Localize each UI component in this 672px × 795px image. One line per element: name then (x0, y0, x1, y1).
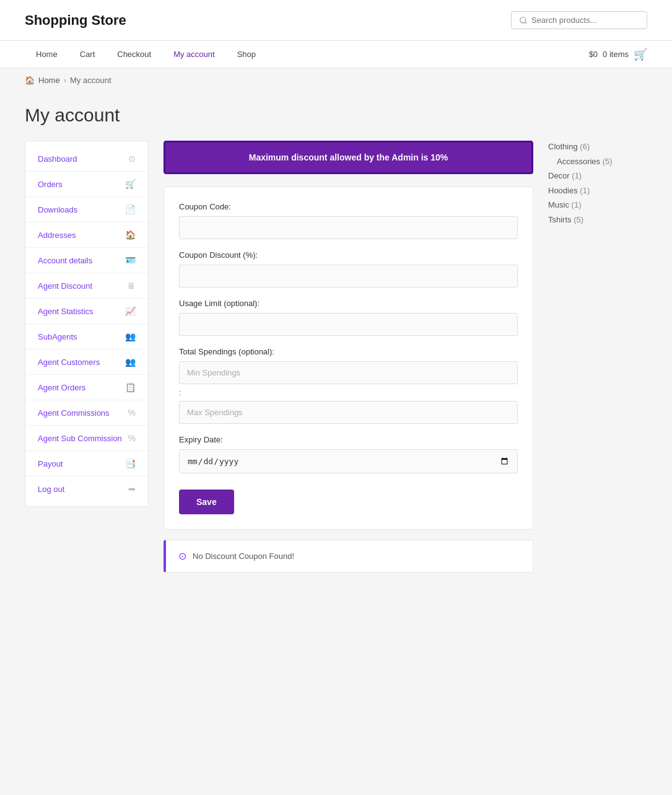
category-accessories-label: Accessories (557, 157, 600, 166)
nav-cart[interactable]: Cart (69, 41, 107, 68)
downloads-icon: 📄 (125, 204, 136, 214)
sidebar-label-agent-orders: Agent Orders (38, 383, 85, 392)
sidebar-item-agent-discount[interactable]: Agent Discount 🖥 (25, 273, 148, 299)
category-tshirts[interactable]: Tshirts (5) (548, 214, 647, 226)
search-box[interactable] (511, 11, 647, 29)
sidebar-item-agent-orders[interactable]: Agent Orders 📋 (25, 375, 148, 400)
usage-limit-group: Usage Limit (optional): (179, 299, 518, 336)
addresses-icon: 🏠 (125, 230, 136, 240)
agent-statistics-icon: 📈 (125, 306, 136, 316)
nav-links: Home Cart Checkout My account Shop (25, 41, 267, 68)
nav-checkout[interactable]: Checkout (106, 41, 162, 68)
orders-icon: 🛒 (125, 179, 136, 189)
category-accessories-count: (5) (603, 157, 613, 166)
sidebar-item-addresses[interactable]: Addresses 🏠 (25, 222, 148, 248)
breadcrumb-bar: 🏠 Home › My account (0, 68, 672, 92)
agent-sub-commission-icon: % (128, 433, 136, 443)
coupon-code-group: Coupon Code: (179, 202, 518, 239)
category-accessories[interactable]: Accessories (5) (548, 156, 647, 168)
sidebar-label-agent-sub-commission: Agent Sub Commission (38, 434, 122, 443)
coupon-code-label: Coupon Code: (179, 202, 518, 211)
max-spendings-input[interactable] (179, 401, 518, 424)
category-hoodies-label: Hoodies (548, 186, 578, 195)
sidebar-label-agent-customers: Agent Customers (38, 358, 100, 367)
sidebar-item-dashboard[interactable]: Dashboard ⊙ (25, 146, 148, 172)
sidebar-label-dashboard: Dashboard (38, 154, 77, 164)
min-spendings-input[interactable] (179, 361, 518, 384)
sidebar-item-subagents[interactable]: SubAgents 👥 (25, 324, 148, 349)
no-coupon-text: No Discount Coupon Found! (193, 551, 294, 561)
categories-section: Clothing (6) Accessories (5) Decor (1) H… (548, 141, 647, 226)
sidebar-label-account-details: Account details (38, 256, 92, 265)
sidebar-item-agent-sub-commission[interactable]: Agent Sub Commission % (25, 426, 148, 451)
expiry-date-input[interactable] (179, 449, 518, 473)
sidebar: Dashboard ⊙ Orders 🛒 Downloads 📄 Address… (25, 141, 149, 507)
breadcrumb: 🏠 Home › My account (25, 76, 647, 85)
search-icon (519, 16, 528, 25)
home-icon: 🏠 (25, 76, 35, 85)
sidebar-item-agent-commissions[interactable]: Agent Commissions % (25, 400, 148, 426)
sidebar-item-logout[interactable]: Log out ➡ (25, 477, 148, 501)
total-spendings-group: Total Spendings (optional): : (179, 347, 518, 424)
sidebar-label-addresses: Addresses (38, 231, 76, 240)
no-coupon-icon: ⊙ (178, 550, 186, 562)
cart-area: $0 0 items 🛒 (589, 48, 647, 61)
category-decor[interactable]: Decor (1) (548, 170, 647, 182)
sidebar-item-account-details[interactable]: Account details 🪪 (25, 248, 148, 273)
page-wrapper: My account Dashboard ⊙ Orders 🛒 Download… (0, 92, 672, 597)
coupon-code-input[interactable] (179, 216, 518, 239)
agent-customers-icon: 👥 (125, 357, 136, 367)
coupon-discount-group: Coupon Discount (%): (179, 250, 518, 288)
category-clothing-label: Clothing (548, 142, 578, 151)
coupon-form-card: Coupon Code: Coupon Discount (%): Usage … (164, 187, 533, 530)
breadcrumb-home[interactable]: Home (38, 76, 60, 85)
category-music-label: Music (548, 200, 569, 209)
breadcrumb-separator: › (64, 76, 66, 85)
discount-banner: Maximum discount allowed by the Admin is… (164, 141, 533, 174)
usage-limit-label: Usage Limit (optional): (179, 299, 518, 308)
sidebar-item-agent-statistics[interactable]: Agent Statistics 📈 (25, 299, 148, 324)
cart-amount: $0 (589, 50, 598, 59)
no-coupon-box: ⊙ No Discount Coupon Found! (164, 540, 533, 573)
agent-commissions-icon: % (128, 408, 136, 418)
category-music[interactable]: Music (1) (548, 199, 647, 211)
sidebar-item-orders[interactable]: Orders 🛒 (25, 172, 148, 197)
nav-home[interactable]: Home (25, 41, 69, 68)
main-layout: Dashboard ⊙ Orders 🛒 Downloads 📄 Address… (25, 141, 647, 573)
save-button[interactable]: Save (179, 490, 234, 514)
nav-bar: Home Cart Checkout My account Shop $0 0 … (0, 41, 672, 68)
nav-shop[interactable]: Shop (226, 41, 267, 68)
coupon-discount-input[interactable] (179, 265, 518, 288)
payout-icon: 📑 (125, 459, 136, 468)
sidebar-label-downloads: Downloads (38, 205, 77, 214)
sidebar-label-orders: Orders (38, 180, 63, 189)
cart-icon[interactable]: 🛒 (634, 48, 647, 61)
sidebar-label-payout: Payout (38, 459, 63, 468)
logout-icon: ➡ (128, 484, 136, 494)
sidebar-label-agent-discount: Agent Discount (38, 281, 92, 291)
range-separator: : (179, 388, 518, 397)
subagents-icon: 👥 (125, 332, 136, 341)
category-tshirts-label: Tshirts (548, 215, 572, 224)
sidebar-item-downloads[interactable]: Downloads 📄 (25, 197, 148, 222)
total-spendings-label: Total Spendings (optional): (179, 347, 518, 356)
category-hoodies[interactable]: Hoodies (1) (548, 185, 647, 197)
sidebar-label-logout: Log out (38, 485, 64, 494)
site-title: Shopping Store (25, 12, 126, 29)
search-input[interactable] (531, 15, 639, 25)
category-clothing[interactable]: Clothing (6) (548, 141, 647, 153)
svg-point-0 (520, 17, 526, 22)
sidebar-item-agent-customers[interactable]: Agent Customers 👥 (25, 349, 148, 375)
sidebar-label-agent-commissions: Agent Commissions (38, 408, 110, 418)
account-details-icon: 🪪 (125, 255, 136, 265)
nav-my-account[interactable]: My account (162, 41, 225, 68)
page-title: My account (25, 105, 647, 126)
sidebar-label-subagents: SubAgents (38, 332, 77, 341)
category-decor-count: (1) (572, 171, 582, 180)
usage-limit-input[interactable] (179, 313, 518, 336)
agent-discount-icon: 🖥 (127, 281, 136, 291)
category-decor-label: Decor (548, 171, 570, 180)
coupon-discount-label: Coupon Discount (%): (179, 250, 518, 260)
right-sidebar: Clothing (6) Accessories (5) Decor (1) H… (548, 141, 647, 235)
sidebar-item-payout[interactable]: Payout 📑 (25, 451, 148, 477)
